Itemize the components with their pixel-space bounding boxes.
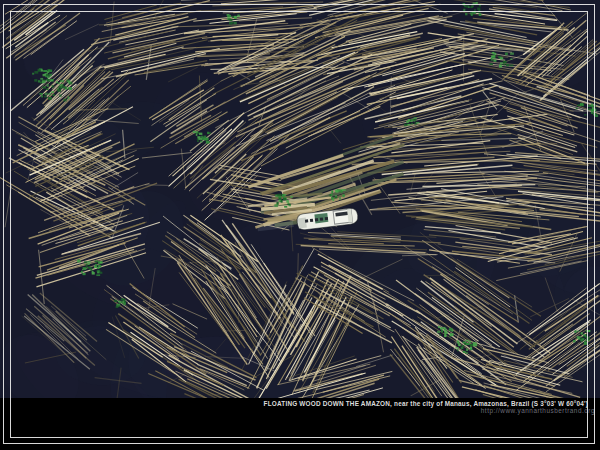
wallpaper: FLOATING WOOD DOWN THE AMAZON, near the … [0, 0, 600, 450]
caption-title: FLOATING WOOD DOWN THE AMAZON, near the … [0, 400, 588, 407]
caption-bar: FLOATING WOOD DOWN THE AMAZON, near the … [0, 398, 600, 450]
caption-url: http://www.yannarthusbertrand.org [0, 407, 595, 414]
photo-aerial-log-rafts [0, 0, 600, 450]
